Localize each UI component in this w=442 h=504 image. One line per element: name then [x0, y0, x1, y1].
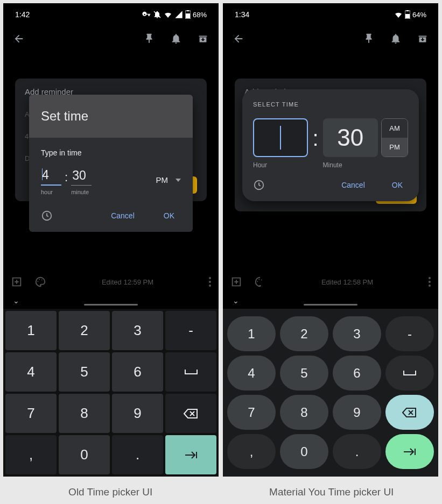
wifi-icon: [394, 10, 403, 19]
key-8[interactable]: 8: [280, 395, 328, 430]
time-colon: :: [311, 118, 319, 169]
cancel-button[interactable]: Cancel: [104, 207, 141, 224]
minute-label: minute: [71, 189, 92, 195]
key-backspace[interactable]: [385, 395, 434, 430]
hour-input[interactable]: 4: [41, 167, 61, 186]
ok-button[interactable]: OK: [157, 207, 181, 224]
status-time: 1:34: [235, 10, 249, 19]
caption-old: Old Time picker UI: [3, 486, 218, 498]
am-button[interactable]: AM: [382, 119, 408, 138]
key-7[interactable]: 7: [5, 394, 57, 433]
dialog-subtitle: SELECT TIME: [253, 101, 408, 108]
key-dash[interactable]: -: [385, 316, 434, 351]
text-caret: [280, 126, 281, 150]
key-next[interactable]: [165, 435, 216, 474]
key-period[interactable]: .: [112, 435, 163, 474]
svg-point-13: [258, 279, 259, 280]
key-6[interactable]: 6: [333, 356, 381, 391]
more-icon[interactable]: [429, 277, 431, 287]
svg-rect-9: [406, 10, 409, 11]
back-icon[interactable]: [13, 33, 25, 45]
key-period[interactable]: .: [333, 434, 381, 469]
svg-point-14: [261, 279, 262, 280]
signal-icon: [174, 10, 183, 19]
cancel-button[interactable]: Cancel: [336, 176, 370, 194]
pin-icon[interactable]: [363, 33, 375, 45]
home-indicator: [304, 304, 357, 306]
ampm-value: PM: [156, 175, 169, 184]
key-5[interactable]: 5: [59, 352, 110, 392]
add-box-icon[interactable]: [230, 276, 242, 288]
keyboard-old: 1 2 3 - 4 5 6 7 8 9 , 0 .: [3, 309, 219, 477]
key-9[interactable]: 9: [333, 395, 381, 430]
back-icon[interactable]: [233, 33, 244, 45]
status-icons: 64%: [394, 10, 426, 19]
app-topbar: [223, 26, 438, 52]
time-picker-new: SELECT TIME Hour : 30 Minute AM PM Canc: [242, 89, 419, 201]
note-toolbar: Edited 12:59 PM: [3, 271, 219, 293]
key-backspace[interactable]: [165, 394, 216, 433]
pm-button[interactable]: PM: [382, 138, 408, 157]
chevron-down-icon[interactable]: ⌄: [233, 296, 239, 305]
more-icon[interactable]: [209, 277, 211, 287]
reminder-icon[interactable]: [170, 33, 182, 45]
hour-label: Hour: [253, 161, 308, 169]
key-2[interactable]: 2: [59, 311, 110, 350]
add-box-icon[interactable]: [11, 276, 23, 288]
key-space[interactable]: [165, 352, 216, 392]
key-3[interactable]: 3: [333, 316, 381, 351]
status-bar: 1:42 68%: [3, 3, 219, 26]
battery-icon: [405, 10, 410, 19]
status-bar: 1:34 64%: [223, 3, 438, 26]
app-topbar: [3, 26, 219, 52]
phone-new: 1:34 64% Add reminder Cancel Save: [223, 3, 438, 477]
home-indicator: [84, 304, 138, 306]
key-0[interactable]: 0: [280, 434, 328, 469]
minute-input[interactable]: 30: [71, 167, 92, 186]
phone-old: 1:42 68% Add reminder Au: [3, 3, 219, 477]
palette-icon[interactable]: [34, 276, 46, 288]
caption-new: Material You Time picker UI: [224, 486, 439, 498]
archive-icon[interactable]: [197, 33, 209, 45]
dialog-subtitle: Type in time: [41, 148, 181, 157]
ampm-dropdown[interactable]: PM: [156, 175, 181, 195]
archive-icon[interactable]: [417, 33, 429, 45]
edited-text: Edited 12:58 PM: [278, 278, 417, 286]
keyboard-navbar: ⌄: [3, 293, 219, 309]
keyboard-navbar: ⌄: [223, 293, 438, 309]
reminder-icon[interactable]: [390, 33, 402, 45]
key-dash[interactable]: -: [165, 311, 216, 350]
keyboard-new: 1 2 3 - 4 5 6 7 8 9 , 0 .: [223, 309, 438, 477]
key-4[interactable]: 4: [5, 352, 57, 392]
hour-label: hour: [41, 189, 61, 195]
hour-input[interactable]: [253, 118, 308, 157]
key-comma[interactable]: ,: [227, 434, 276, 469]
minute-input[interactable]: 30: [323, 118, 378, 157]
key-0[interactable]: 0: [59, 435, 110, 474]
key-4[interactable]: 4: [227, 356, 276, 391]
key-6[interactable]: 6: [112, 352, 163, 392]
key-1[interactable]: 1: [5, 311, 57, 350]
wifi-icon: [164, 10, 172, 19]
key-3[interactable]: 3: [112, 311, 163, 350]
battery-icon: [185, 10, 191, 19]
key-5[interactable]: 5: [280, 356, 328, 391]
key-comma[interactable]: ,: [5, 435, 57, 474]
battery-text: 64%: [412, 11, 426, 19]
svg-rect-2: [187, 10, 189, 11]
key-8[interactable]: 8: [59, 394, 110, 433]
time-colon: :: [65, 171, 68, 195]
key-9[interactable]: 9: [112, 394, 163, 433]
clock-icon[interactable]: [253, 179, 265, 191]
key-space[interactable]: [385, 356, 434, 391]
key-7[interactable]: 7: [227, 395, 276, 430]
key-2[interactable]: 2: [280, 316, 328, 351]
clock-icon[interactable]: [41, 210, 53, 222]
ok-button[interactable]: OK: [387, 176, 408, 194]
pin-icon[interactable]: [143, 33, 155, 45]
key-1[interactable]: 1: [227, 316, 276, 351]
palette-icon[interactable]: [254, 276, 266, 288]
key-next[interactable]: [385, 434, 434, 469]
chevron-down-icon[interactable]: ⌄: [13, 296, 19, 305]
svg-point-5: [38, 281, 39, 282]
